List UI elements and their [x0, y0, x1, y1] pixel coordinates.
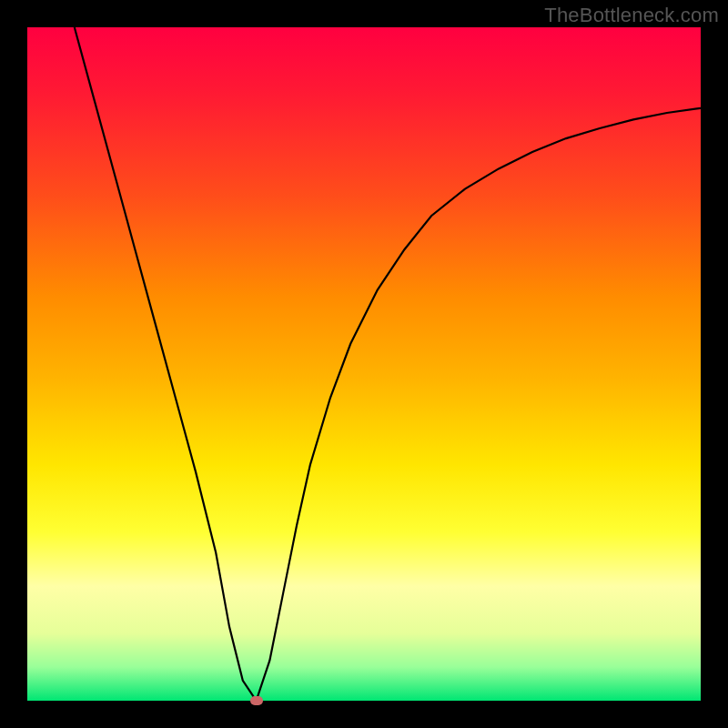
plot-area: [27, 27, 701, 701]
watermark-text: TheBottleneck.com: [544, 4, 719, 27]
background-gradient: [27, 27, 701, 701]
optimal-point-marker: [250, 696, 263, 705]
chart-container: TheBottleneck.com: [0, 0, 728, 728]
